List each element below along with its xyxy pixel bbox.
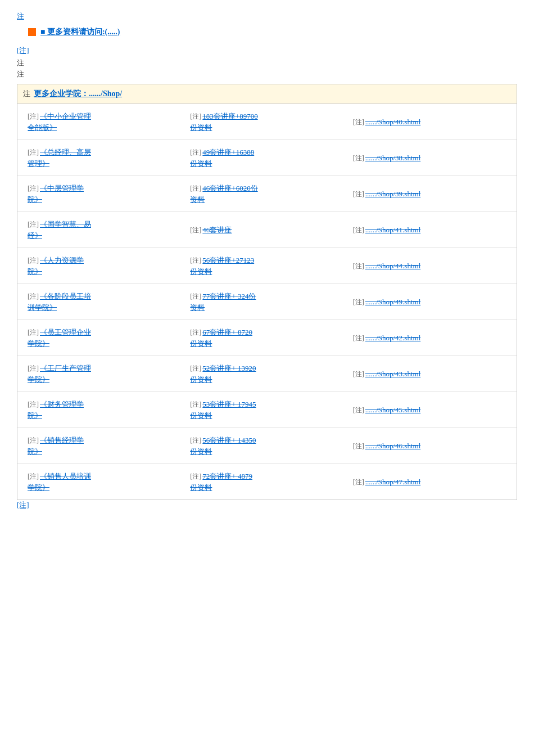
cell-link-col1-cont[interactable]: 训学院》 [28, 303, 57, 312]
top-note[interactable]: 注 [17, 11, 517, 21]
cell-link-col1-cont[interactable]: 院》 [28, 267, 42, 276]
cell-link-col3[interactable]: ....../Shop/44.shtml [365, 260, 421, 272]
cell-link-col1[interactable]: 《中小企业管理 [40, 111, 91, 122]
cell-link-col2-cont[interactable]: 资料 [190, 303, 205, 312]
cell-link-col2-cont[interactable]: 份资料 [190, 159, 212, 168]
table-row: [注] 《各阶段员工培 训学院》 [注] 77套讲座+ 324份 资料 [注] [17, 284, 517, 320]
cell-link-col2-cont[interactable]: 份资料 [190, 483, 212, 492]
cell-link-col1[interactable]: 《工厂生产管理 [40, 363, 91, 374]
cell-link-col1-cont[interactable]: 全能版》 [28, 123, 57, 132]
cell-link-col2[interactable]: 56套讲座+27123 [202, 255, 254, 266]
cell-col3-4: [注] ....../Shop/44.shtml [349, 253, 511, 279]
cell-col2-1: [注] 49套讲座+16388 份资料 [185, 145, 348, 171]
cell-link-col1[interactable]: 《财务管理学 [40, 399, 84, 410]
cell-link-col1-cont[interactable]: 学院》 [28, 339, 49, 348]
cell-col1-0: [注] 《中小企业管理 全能版》 [23, 109, 185, 135]
cell-link-col1[interactable]: 《销售经理学 [40, 435, 84, 446]
cell-link-col2[interactable]: 67套讲座+ 8720 [202, 327, 252, 338]
top-note-link[interactable]: 注 [17, 12, 24, 20]
cell-link-col2-cont[interactable]: 份资料 [190, 123, 212, 132]
cell-link-col2-cont[interactable]: 份资料 [190, 375, 212, 384]
cell-col1-5: [注] 《各阶段员工培 训学院》 [23, 289, 185, 315]
table-row: [注] 《工厂生产管理 学院》 [注] 52套讲座+ 13920 份资料 [注] [17, 356, 517, 392]
table-body: [注] 《中小企业管理 全能版》 [注] 183套讲座+89700 份资料 [注… [17, 104, 517, 500]
cell-note: [注] [190, 184, 201, 194]
cell-col1-4: [注] 《人力资源学 院》 [23, 253, 185, 279]
cell-link-col2[interactable]: 46套讲座+6020份 [202, 183, 257, 194]
cell-link-col2[interactable]: 72套讲座+ 4879 [202, 471, 252, 482]
cell-link-col1-cont[interactable]: 院》 [28, 411, 42, 420]
cell-col1-3: [注] 《国学智慧、易 经》 [23, 217, 185, 243]
cell-note: [注] [353, 334, 364, 343]
cell-note: [注] [353, 226, 364, 235]
cell-note: [注] [28, 400, 39, 410]
cell-col3-5: [注] ....../Shop/49.shtml [349, 289, 511, 315]
cell-link-col1[interactable]: 《员工管理企业 [40, 327, 91, 338]
cell-link-col3[interactable]: ....../Shop/38.shtml [365, 152, 421, 164]
cell-link-col3[interactable]: ....../Shop/45.shtml [365, 404, 421, 416]
cell-link-col2[interactable]: 53套讲座+ 17945 [202, 399, 256, 410]
cell-link-col2-cont[interactable]: 份资料 [190, 447, 212, 456]
cell-link-col1[interactable]: 《人力资源学 [40, 255, 84, 266]
cell-link-col2-cont[interactable]: 份资料 [190, 339, 212, 348]
table-row: [注] 《员工管理企业 学院》 [注] 67套讲座+ 8720 份资料 [注] [17, 320, 517, 356]
cell-link-col3[interactable]: ....../Shop/43.shtml [365, 368, 421, 380]
table-row: [注] 《人力资源学 院》 [注] 56套讲座+27123 份资料 [注] .. [17, 248, 517, 284]
cell-link-col1-cont[interactable]: 学院》 [28, 375, 49, 384]
bottom-note-link[interactable]: [注] [17, 501, 29, 509]
cell-col3-9: [注] ....../Shop/46.shtml [349, 433, 511, 459]
note-text-1: 注 [17, 58, 517, 68]
cell-link-col2-cont[interactable]: 份资料 [190, 411, 212, 420]
cell-link-col3[interactable]: ....../Shop/42.shtml [365, 332, 421, 344]
table-header-link[interactable]: 更多企业学院：....../Shop/ [34, 89, 122, 99]
cell-link-col1-cont[interactable]: 学院》 [28, 483, 49, 492]
cell-note: [注] [190, 436, 201, 446]
cell-link-col3[interactable]: ....../Shop/47.shtml [365, 476, 421, 488]
table-row: [注] 《中层管理学 院》 [注] 46套讲座+6020份 资料 [注] ... [17, 176, 517, 212]
cell-link-col1[interactable]: 《总经理、高层 [40, 147, 91, 158]
cell-link-col3[interactable]: ....../Shop/40.shtml [365, 116, 421, 128]
cell-note: [注] [190, 292, 201, 302]
cell-note: [注] [190, 328, 201, 338]
cell-col1-9: [注] 《销售经理学 院》 [23, 433, 185, 459]
cell-link-col2[interactable]: 46套讲座 [202, 224, 232, 236]
table-row: [注] 《总经理、高层 管理》 [注] 49套讲座+16388 份资料 [注] [17, 140, 517, 176]
cell-col1-1: [注] 《总经理、高层 管理》 [23, 145, 185, 171]
cell-note: [注] [28, 220, 39, 230]
cell-col2-5: [注] 77套讲座+ 324份 资料 [185, 289, 348, 315]
cell-col1-7: [注] 《工厂生产管理 学院》 [23, 361, 185, 387]
cell-link-col1[interactable]: 《销售人员培训 [40, 471, 91, 482]
cell-link-col1[interactable]: 《各阶段员工培 [40, 291, 91, 302]
cell-note: [注] [28, 112, 39, 122]
cell-col3-8: [注] ....../Shop/45.shtml [349, 397, 511, 423]
cell-note: [注] [190, 112, 201, 122]
cell-note: [注] [353, 442, 364, 451]
table-row: [注] 《销售经理学 院》 [注] 56套讲座+ 14350 份资料 [注] . [17, 428, 517, 464]
cell-link-col1-cont[interactable]: 经》 [28, 231, 42, 240]
cell-note: [注] [353, 298, 364, 307]
cell-link-col2-cont[interactable]: 份资料 [190, 267, 212, 276]
cell-link-col3[interactable]: ....../Shop/49.shtml [365, 296, 421, 308]
cell-link-col1-cont[interactable]: 院》 [28, 447, 42, 456]
cell-link-col1-cont[interactable]: 院》 [28, 195, 42, 204]
cell-link-col2-cont[interactable]: 资料 [190, 195, 205, 204]
more-info-link[interactable]: ■ 更多资料请访问:(.....) [40, 27, 120, 37]
cell-link-col3[interactable]: ....../Shop/39.shtml [365, 188, 421, 200]
cell-link-col2[interactable]: 52套讲座+ 13920 [202, 363, 256, 374]
cell-link-col3[interactable]: ....../Shop/46.shtml [365, 440, 421, 452]
cell-link-col1[interactable]: 《中层管理学 [40, 183, 84, 194]
cell-link-col2[interactable]: 56套讲座+ 14350 [202, 435, 256, 446]
cell-link-col2[interactable]: 77套讲座+ 324份 [202, 291, 256, 302]
cell-link-col3[interactable]: ....../Shop/41.shtml [365, 224, 421, 236]
cell-note: [注] [190, 256, 201, 266]
cell-link-col2[interactable]: 49套讲座+16388 [202, 147, 254, 158]
cell-note: [注] [190, 400, 201, 410]
main-table: 注 更多企业学院：....../Shop/ [注] 《中小企业管理 全能版》 [… [17, 84, 517, 500]
cell-note: [注] [190, 226, 201, 235]
cell-note: [注] [28, 256, 39, 266]
note-link-top[interactable]: [注] [17, 46, 517, 56]
more-info-block: ■ 更多资料请访问:(.....) [28, 27, 517, 37]
cell-link-col1-cont[interactable]: 管理》 [28, 159, 49, 168]
cell-link-col1[interactable]: 《国学智慧、易 [40, 219, 91, 230]
cell-link-col2[interactable]: 183套讲座+89700 [202, 111, 257, 122]
